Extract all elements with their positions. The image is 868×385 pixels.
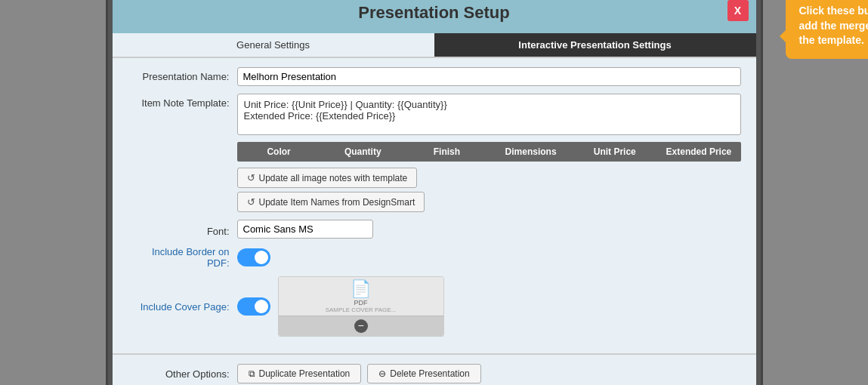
toggle-knob-border [255,251,268,264]
refresh-icon-2: ↺ [247,196,255,208]
include-border-toggle[interactable] [237,248,270,266]
actions-row: ↺ Update all image notes with template ↺… [237,168,741,212]
form-area: Presentation Name: Item Note Template: U… [113,58,756,353]
tab-general-settings[interactable]: General Settings [113,33,434,57]
outer-wrapper: Presentation Setup X General Settings In… [106,0,763,385]
item-note-template-label: Item Note Template: [128,94,237,109]
pdf-thumbnail: 📄 PDF SAMPLE COVER PAGE... [279,277,443,316]
sample-cover-label: SAMPLE COVER PAGE... [326,306,397,313]
include-cover-label: Include Cover Page: [128,301,237,313]
dialog: Presentation Setup X General Settings In… [106,0,763,385]
dialog-header: Presentation Setup X [113,0,756,33]
duplicate-presentation-button[interactable]: ⧉ Duplicate Presentation [237,364,362,383]
presentation-name-input[interactable] [237,67,741,86]
update-image-notes-button[interactable]: ↺ Update all image notes with template [237,168,418,188]
delete-presentation-button[interactable]: ⊖ Delete Presentation [367,364,480,383]
other-options-label: Other Options: [128,368,237,380]
th-quantity[interactable]: Quantity [321,142,405,162]
footer-row: Other Options: ⧉ Duplicate Presentation … [113,353,756,385]
update-item-names-button[interactable]: ↺ Update Item Names from DesignSmart [237,192,425,212]
include-cover-toggle[interactable] [237,297,270,316]
item-note-template-row: Item Note Template: Unit Price: {{Unit P… [128,94,741,212]
tab-interactive-settings[interactable]: Interactive Presentation Settings [434,33,756,57]
th-color[interactable]: Color [237,142,321,162]
dialog-title: Presentation Setup [358,3,509,22]
presentation-name-row: Presentation Name: [128,67,741,86]
cover-page-content: 📄 PDF SAMPLE COVER PAGE... − [278,276,444,337]
duplicate-icon: ⧉ [249,368,255,379]
th-finish[interactable]: Finish [405,142,489,162]
font-input[interactable] [237,220,373,239]
close-button[interactable]: X [727,0,749,21]
item-note-template-textarea[interactable]: Unit Price: {{Unit Price}} | Quantity: {… [237,94,741,135]
tabs-row: General Settings Interactive Presentatio… [113,33,756,58]
toggle-knob-cover [255,300,268,313]
include-border-label: Include Border on PDF: [128,246,237,269]
th-dimensions[interactable]: Dimensions [489,142,573,162]
pdf-icon: 📄 [351,279,371,299]
include-cover-row: Include Cover Page: 📄 PDF SAMPLE COVER P… [128,276,741,337]
remove-cover-button[interactable]: − [354,319,368,333]
table-header: Color Quantity Finish Dimensions Unit Pr… [237,142,741,162]
template-area: Unit Price: {{Unit Price}} | Quantity: {… [237,94,741,212]
cover-bottom-bar: − [279,316,443,336]
refresh-icon-1: ↺ [247,172,255,183]
th-unit-price[interactable]: Unit Price [573,142,656,162]
th-extended-price[interactable]: Extended Price [656,142,740,162]
font-row: Font: [128,220,741,239]
include-border-row: Include Border on PDF: [128,246,741,269]
pdf-label: PDF [354,299,368,306]
presentation-name-label: Presentation Name: [128,67,237,82]
font-label: Font: [128,222,237,237]
dialog-inner: Presentation Setup X General Settings In… [113,0,756,385]
delete-icon: ⊖ [378,368,386,379]
callout-tooltip: Click these buttons to add the merge fie… [786,0,869,59]
